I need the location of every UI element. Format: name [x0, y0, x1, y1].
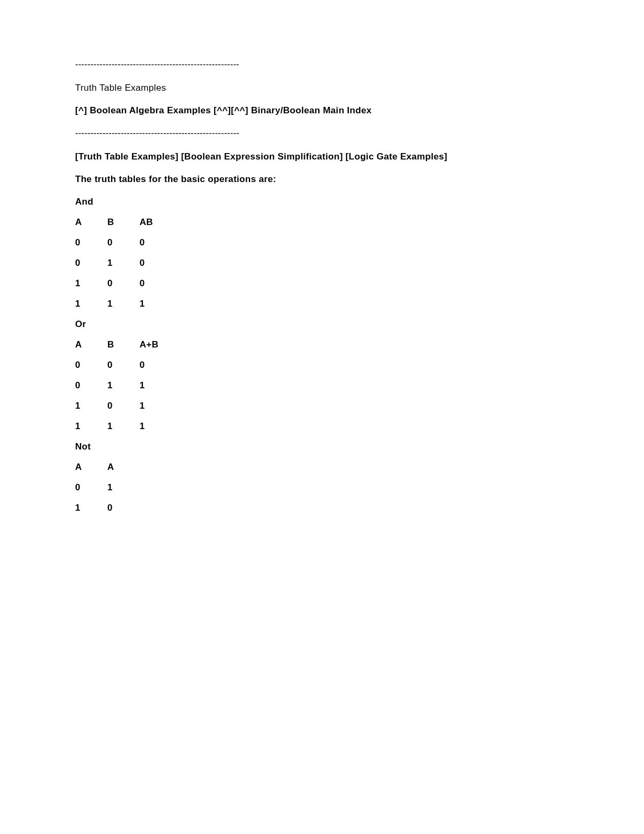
table-cell: 0	[75, 258, 107, 269]
table-row: 1 0	[75, 503, 644, 513]
table-cell: 1	[75, 421, 107, 432]
table-row: 0 1 0	[75, 258, 644, 269]
not-table: A A 0 1 1 0	[75, 462, 644, 513]
table-cell: 0	[107, 360, 140, 371]
and-table: A B AB 0 0 0 0 1 0 1 0 0 1 1 1	[75, 217, 644, 309]
header-cell: B	[107, 339, 140, 350]
table-cell: 1	[107, 482, 140, 493]
page-title: Truth Table Examples	[75, 83, 644, 93]
table-cell: 1	[107, 421, 140, 432]
table-cell: 1	[75, 299, 107, 309]
header-cell: A	[75, 462, 107, 473]
table-cell: 1	[140, 380, 182, 391]
horizontal-rule-top: ----------------------------------------…	[75, 59, 644, 70]
table-row: 1 1 1	[75, 421, 644, 432]
table-cell: 1	[107, 380, 140, 391]
table-header-row: A A	[75, 462, 644, 473]
table-cell: 1	[140, 401, 182, 411]
table-cell: 0	[107, 401, 140, 411]
table-row: 0 0 0	[75, 237, 644, 248]
section-links[interactable]: [Truth Table Examples] [Boolean Expressi…	[75, 151, 644, 162]
header-cell: A	[75, 217, 107, 228]
header-cell: A	[107, 462, 140, 473]
table-row: 1 0 1	[75, 401, 644, 411]
table-cell: 0	[75, 360, 107, 371]
or-label: Or	[75, 319, 644, 330]
table-cell: 1	[140, 421, 182, 432]
nav-links[interactable]: [^] Boolean Algebra Examples [^^][^^] Bi…	[75, 105, 644, 116]
table-cell: 0	[140, 360, 182, 371]
table-cell: 0	[75, 482, 107, 493]
table-header-row: A B A+B	[75, 339, 644, 350]
table-row: 0 1	[75, 482, 644, 493]
table-row: 1 0 0	[75, 278, 644, 289]
header-cell: A	[75, 339, 107, 350]
not-label: Not	[75, 441, 644, 452]
table-cell: 0	[107, 237, 140, 248]
table-cell: 0	[140, 237, 182, 248]
table-cell: 1	[75, 401, 107, 411]
intro-text: The truth tables for the basic operation…	[75, 174, 644, 185]
table-header-row: A B AB	[75, 217, 644, 228]
table-cell: 1	[140, 299, 182, 309]
table-cell: 0	[107, 503, 140, 513]
table-cell: 1	[107, 258, 140, 269]
table-row: 0 1 1	[75, 380, 644, 391]
table-cell: 0	[140, 258, 182, 269]
table-cell: 0	[107, 278, 140, 289]
table-cell: 1	[107, 299, 140, 309]
horizontal-rule-mid: ----------------------------------------…	[75, 128, 644, 139]
header-cell: A+B	[140, 339, 182, 350]
header-cell: AB	[140, 217, 182, 228]
table-row: 1 1 1	[75, 299, 644, 309]
table-cell: 0	[75, 380, 107, 391]
header-cell: B	[107, 217, 140, 228]
table-cell: 0	[75, 237, 107, 248]
table-cell: 1	[75, 278, 107, 289]
and-label: And	[75, 197, 644, 207]
table-row: 0 0 0	[75, 360, 644, 371]
table-cell: 0	[140, 278, 182, 289]
table-cell: 1	[75, 503, 107, 513]
or-table: A B A+B 0 0 0 0 1 1 1 0 1 1 1 1	[75, 339, 644, 432]
